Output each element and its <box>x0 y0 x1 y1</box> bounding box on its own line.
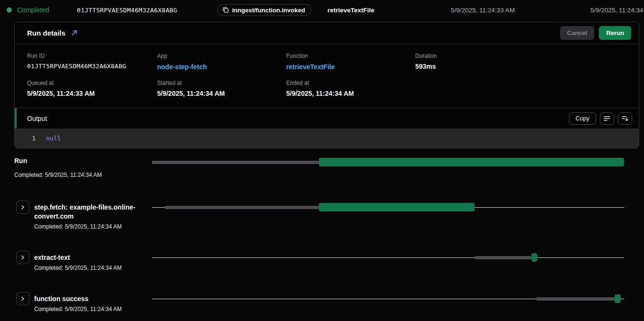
field-value: 5/9/2025, 11:24:34 AM <box>286 90 415 97</box>
timeline-row: extract-textCompleted: 5/9/2025, 11:24:3… <box>0 251 644 272</box>
timeline-segment-line <box>152 257 624 258</box>
field-queued-at: Queued at 5/9/2025, 11:24:33 AM <box>27 80 157 97</box>
app-link[interactable]: node-step-fetch <box>157 63 207 71</box>
event-stack-icon <box>223 7 229 13</box>
field-label: Function <box>286 53 415 59</box>
step-completed-time: Completed: 5/9/2025, 11:24:34 AM <box>34 223 152 230</box>
output-accent-bar <box>15 108 17 128</box>
timeline-segment-active[interactable] <box>319 203 474 211</box>
panel-title: Run details <box>27 29 65 37</box>
timeline: RunCompleted: 5/9/2025, 11:24:34 AMstep.… <box>0 156 644 313</box>
field-run-id: Run ID 01JTT5RPVAESDM46M32A6X8ABG <box>27 53 157 71</box>
step-name: Run <box>14 156 102 165</box>
run-id: 01JTT5RPVAESDM46M32A6X8ABG <box>77 7 177 14</box>
status-dot-icon <box>7 8 12 13</box>
rerun-button[interactable]: Rerun <box>599 26 631 40</box>
scroll-to-bottom-icon[interactable] <box>618 112 632 125</box>
step-completed-time: Completed: 5/9/2025, 11:24:34 AM <box>14 172 102 179</box>
run-details-panel: Run details Cancel Rerun Run ID 01JTT5RP… <box>14 22 639 148</box>
field-duration: Duration 593ms <box>415 53 626 71</box>
timeline-row: function successCompleted: 5/9/2025, 11:… <box>0 292 644 313</box>
timeline-segment-queue <box>165 206 319 209</box>
field-app: App node-step-fetch <box>157 53 286 71</box>
timeline-segment-active[interactable] <box>532 253 537 262</box>
field-label: Started at <box>157 80 286 86</box>
step-name: extract-text <box>34 253 122 262</box>
status-label: Completed <box>17 6 49 14</box>
code-line-number: 1 <box>15 135 36 142</box>
expand-step-button[interactable] <box>16 251 29 264</box>
detail-grid: Run ID 01JTT5RPVAESDM46M32A6X8ABG App no… <box>15 44 639 108</box>
chevron-right-icon <box>20 255 25 260</box>
timeline-segment-queue <box>152 161 319 164</box>
field-value: 5/9/2025, 11:24:33 AM <box>27 90 157 97</box>
expand-step-button[interactable] <box>16 201 29 214</box>
output-code-area: 1 null <box>15 128 639 148</box>
field-label: Queued at <box>27 80 157 86</box>
output-title: Output <box>27 115 47 122</box>
field-label: Run ID <box>27 53 157 59</box>
timeline-track <box>152 158 624 166</box>
cancel-button[interactable]: Cancel <box>560 26 595 40</box>
output-header: Output Copy <box>15 108 639 128</box>
timeline-segment-queue <box>475 256 532 259</box>
ended-time: 5/9/2025, 11:24:34 AM <box>590 7 644 14</box>
timeline-segment-active[interactable] <box>615 294 621 303</box>
field-label: App <box>157 53 286 59</box>
chevron-right-icon <box>20 296 25 301</box>
field-ended-at: Ended at 5/9/2025, 11:24:34 AM <box>286 80 415 97</box>
field-value: 5/9/2025, 11:24:34 AM <box>157 90 286 97</box>
timeline-track <box>152 253 624 262</box>
chevron-right-icon <box>20 205 25 210</box>
field-label: Ended at <box>286 80 415 86</box>
event-name: inngest/function.invoked <box>232 7 305 14</box>
timeline-track <box>152 294 624 303</box>
timeline-row: step.fetch: example-files.online-convert… <box>0 201 644 230</box>
expand-step-button[interactable] <box>16 292 29 305</box>
event-badge[interactable]: inngest/function.invoked <box>217 4 311 16</box>
field-label: Duration <box>415 53 626 59</box>
external-link-icon[interactable] <box>71 30 77 36</box>
function-name: retrieveTextFile <box>327 7 374 14</box>
wrap-lines-icon[interactable] <box>600 112 614 125</box>
step-name: step.fetch: example-files.online-convert… <box>34 203 152 221</box>
field-started-at: Started at 5/9/2025, 11:24:34 AM <box>157 80 286 97</box>
step-completed-time: Completed: 5/9/2025, 11:24:34 AM <box>34 265 122 272</box>
field-value: 01JTT5RPVAESDM46M32A6X8ABG <box>27 63 157 70</box>
timeline-row: RunCompleted: 5/9/2025, 11:24:34 AM <box>0 156 644 179</box>
step-name: function success <box>34 294 122 303</box>
step-completed-time: Completed: 5/9/2025, 11:24:34 AM <box>34 306 122 313</box>
function-link[interactable]: retrieveTextFile <box>286 63 335 71</box>
field-function: Function retrieveTextFile <box>286 53 415 71</box>
timeline-track <box>152 203 624 211</box>
copy-button[interactable]: Copy <box>569 112 596 125</box>
field-value: 593ms <box>415 63 626 70</box>
code-output-value: null <box>46 135 61 142</box>
timeline-segment-active[interactable] <box>319 158 624 166</box>
panel-header: Run details Cancel Rerun <box>15 22 639 44</box>
queued-time: 5/9/2025, 11:24:33 AM <box>451 7 515 14</box>
run-row-header[interactable]: Completed 01JTT5RPVAESDM46M32A6X8ABG inn… <box>0 0 644 20</box>
timeline-segment-queue <box>536 297 615 301</box>
